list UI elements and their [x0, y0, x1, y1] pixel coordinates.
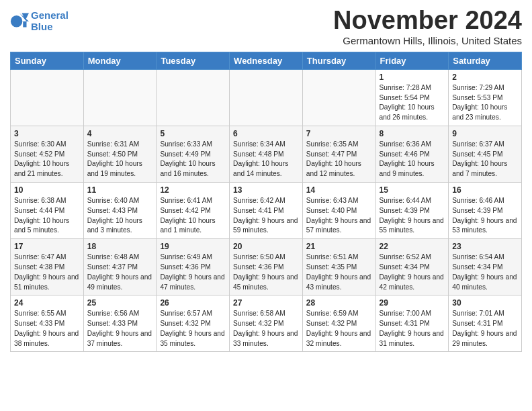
day-number: 6: [233, 129, 299, 138]
day-number: 29: [380, 298, 445, 308]
title-section: November 2024 Germantown Hills, Illinois…: [333, 7, 522, 46]
day-info: Sunrise: 6:41 AMSunset: 4:42 PMDaylight:…: [160, 196, 226, 236]
day-info: Sunrise: 7:01 AMSunset: 4:31 PMDaylight:…: [452, 309, 518, 349]
day-info: Sunrise: 7:29 AMSunset: 5:53 PMDaylight:…: [452, 83, 518, 123]
logo-line1: General: [31, 9, 69, 21]
day-info: Sunrise: 6:33 AMSunset: 4:49 PMDaylight:…: [160, 140, 226, 179]
calendar-day-cell: [11, 69, 84, 126]
calendar-day-header: Saturday: [449, 52, 522, 69]
calendar-day-cell: 2Sunrise: 7:29 AMSunset: 5:53 PMDaylight…: [449, 69, 522, 126]
calendar-day-cell: 7Sunrise: 6:35 AMSunset: 4:47 PMDaylight…: [302, 126, 375, 182]
calendar-week-row: 24Sunrise: 6:55 AMSunset: 4:33 PMDayligh…: [11, 295, 522, 352]
calendar-day-header: Tuesday: [157, 52, 230, 69]
day-number: 10: [14, 185, 80, 195]
calendar-day-cell: 4Sunrise: 6:31 AMSunset: 4:50 PMDaylight…: [83, 126, 157, 182]
calendar-day-header: Thursday: [302, 52, 375, 69]
day-info: Sunrise: 6:46 AMSunset: 4:39 PMDaylight:…: [452, 196, 518, 236]
day-number: 15: [380, 185, 445, 195]
calendar-week-row: 1Sunrise: 7:28 AMSunset: 5:54 PMDaylight…: [11, 69, 522, 126]
day-number: 12: [160, 185, 226, 195]
calendar-day-cell: 21Sunrise: 6:51 AMSunset: 4:35 PMDayligh…: [302, 239, 375, 295]
calendar-day-cell: [83, 69, 157, 126]
day-info: Sunrise: 6:42 AMSunset: 4:41 PMDaylight:…: [233, 196, 299, 236]
day-info: Sunrise: 6:44 AMSunset: 4:39 PMDaylight:…: [380, 196, 445, 236]
day-number: 27: [233, 298, 299, 308]
calendar-day-cell: 17Sunrise: 6:47 AMSunset: 4:38 PMDayligh…: [11, 239, 84, 295]
day-info: Sunrise: 6:30 AMSunset: 4:52 PMDaylight:…: [14, 140, 80, 179]
calendar-day-cell: 15Sunrise: 6:44 AMSunset: 4:39 PMDayligh…: [375, 183, 449, 239]
day-number: 21: [306, 242, 372, 251]
calendar-day-cell: 14Sunrise: 6:43 AMSunset: 4:40 PMDayligh…: [302, 183, 375, 239]
day-info: Sunrise: 7:00 AMSunset: 4:31 PMDaylight:…: [380, 309, 445, 349]
calendar-day-cell: 3Sunrise: 6:30 AMSunset: 4:52 PMDaylight…: [11, 126, 84, 182]
month-title: November 2024: [333, 7, 522, 35]
day-info: Sunrise: 6:54 AMSunset: 4:34 PMDaylight:…: [452, 253, 518, 292]
day-number: 1: [380, 73, 445, 82]
day-number: 23: [452, 242, 518, 251]
calendar-day-cell: 19Sunrise: 6:49 AMSunset: 4:36 PMDayligh…: [157, 239, 230, 295]
day-number: 7: [306, 129, 372, 138]
calendar-day-cell: 28Sunrise: 6:59 AMSunset: 4:32 PMDayligh…: [302, 295, 375, 352]
calendar-day-cell: 6Sunrise: 6:34 AMSunset: 4:48 PMDaylight…: [230, 126, 303, 182]
day-info: Sunrise: 7:28 AMSunset: 5:54 PMDaylight:…: [380, 83, 445, 123]
calendar-day-cell: 8Sunrise: 6:36 AMSunset: 4:46 PMDaylight…: [375, 126, 449, 182]
calendar: SundayMondayTuesdayWednesdayThursdayFrid…: [10, 52, 522, 353]
day-number: 25: [87, 298, 153, 308]
calendar-day-header: Monday: [83, 52, 157, 69]
svg-point-0: [11, 15, 23, 28]
calendar-day-header: Friday: [375, 52, 449, 69]
subtitle: Germantown Hills, Illinois, United State…: [333, 35, 522, 46]
day-number: 19: [160, 242, 226, 251]
calendar-day-cell: 18Sunrise: 6:48 AMSunset: 4:37 PMDayligh…: [83, 239, 157, 295]
day-info: Sunrise: 6:35 AMSunset: 4:47 PMDaylight:…: [306, 140, 372, 179]
day-info: Sunrise: 6:38 AMSunset: 4:44 PMDaylight:…: [14, 196, 80, 236]
calendar-day-cell: 5Sunrise: 6:33 AMSunset: 4:49 PMDaylight…: [157, 126, 230, 182]
day-info: Sunrise: 6:57 AMSunset: 4:32 PMDaylight:…: [160, 309, 226, 349]
day-info: Sunrise: 6:36 AMSunset: 4:46 PMDaylight:…: [380, 140, 445, 179]
day-number: 8: [380, 129, 445, 138]
day-number: 2: [452, 73, 518, 82]
calendar-day-cell: 22Sunrise: 6:52 AMSunset: 4:34 PMDayligh…: [375, 239, 449, 295]
day-number: 14: [306, 185, 372, 195]
header: General Blue November 2024 Germantown Hi…: [10, 7, 522, 46]
calendar-week-row: 10Sunrise: 6:38 AMSunset: 4:44 PMDayligh…: [11, 183, 522, 239]
calendar-day-cell: 20Sunrise: 6:50 AMSunset: 4:36 PMDayligh…: [230, 239, 303, 295]
day-info: Sunrise: 6:40 AMSunset: 4:43 PMDaylight:…: [87, 196, 153, 236]
day-info: Sunrise: 6:48 AMSunset: 4:37 PMDaylight:…: [87, 253, 153, 292]
calendar-day-header: Wednesday: [230, 52, 303, 69]
day-number: 16: [452, 185, 518, 195]
calendar-day-cell: 12Sunrise: 6:41 AMSunset: 4:42 PMDayligh…: [157, 183, 230, 239]
day-number: 24: [14, 298, 80, 308]
day-number: 9: [452, 129, 518, 138]
calendar-day-cell: 13Sunrise: 6:42 AMSunset: 4:41 PMDayligh…: [230, 183, 303, 239]
day-number: 17: [14, 242, 80, 251]
calendar-week-row: 3Sunrise: 6:30 AMSunset: 4:52 PMDaylight…: [11, 126, 522, 182]
day-info: Sunrise: 6:43 AMSunset: 4:40 PMDaylight:…: [306, 196, 372, 236]
logo-text: General Blue: [31, 9, 69, 33]
day-info: Sunrise: 6:37 AMSunset: 4:45 PMDaylight:…: [452, 140, 518, 179]
day-number: 11: [87, 185, 153, 195]
calendar-day-cell: 30Sunrise: 7:01 AMSunset: 4:31 PMDayligh…: [449, 295, 522, 352]
calendar-day-cell: 29Sunrise: 7:00 AMSunset: 4:31 PMDayligh…: [375, 295, 449, 352]
day-info: Sunrise: 6:52 AMSunset: 4:34 PMDaylight:…: [380, 253, 445, 292]
calendar-day-cell: 23Sunrise: 6:54 AMSunset: 4:34 PMDayligh…: [449, 239, 522, 295]
calendar-day-cell: [230, 69, 303, 126]
day-info: Sunrise: 6:51 AMSunset: 4:35 PMDaylight:…: [306, 253, 372, 292]
day-number: 30: [452, 298, 518, 308]
calendar-day-cell: 16Sunrise: 6:46 AMSunset: 4:39 PMDayligh…: [449, 183, 522, 239]
calendar-day-cell: [302, 69, 375, 126]
day-number: 3: [14, 129, 80, 138]
calendar-day-cell: 10Sunrise: 6:38 AMSunset: 4:44 PMDayligh…: [11, 183, 84, 239]
day-number: 20: [233, 242, 299, 251]
day-info: Sunrise: 6:50 AMSunset: 4:36 PMDaylight:…: [233, 253, 299, 292]
calendar-day-cell: 1Sunrise: 7:28 AMSunset: 5:54 PMDaylight…: [375, 69, 449, 126]
day-info: Sunrise: 6:58 AMSunset: 4:32 PMDaylight:…: [233, 309, 299, 349]
day-info: Sunrise: 6:59 AMSunset: 4:32 PMDaylight:…: [306, 309, 372, 349]
logo: General Blue: [10, 9, 69, 33]
day-info: Sunrise: 6:31 AMSunset: 4:50 PMDaylight:…: [87, 140, 153, 179]
calendar-header-row: SundayMondayTuesdayWednesdayThursdayFrid…: [11, 52, 522, 69]
day-number: 28: [306, 298, 372, 308]
page: General Blue November 2024 Germantown Hi…: [0, 0, 532, 362]
day-info: Sunrise: 6:47 AMSunset: 4:38 PMDaylight:…: [14, 253, 80, 292]
day-info: Sunrise: 6:34 AMSunset: 4:48 PMDaylight:…: [233, 140, 299, 179]
